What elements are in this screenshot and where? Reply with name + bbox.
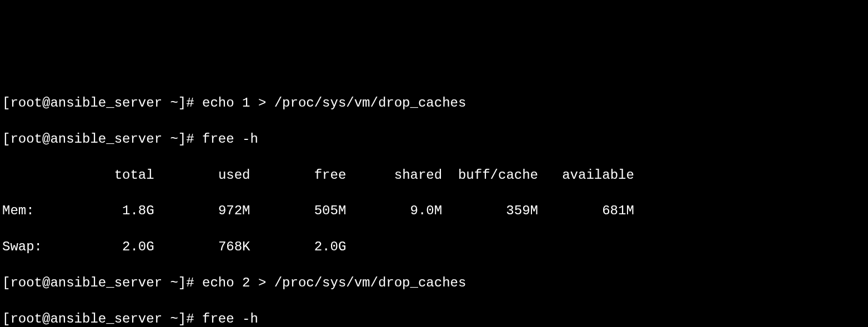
header-free: free [314, 168, 347, 183]
header-used: used [218, 168, 250, 183]
mem-available: 681M [602, 203, 634, 218]
mem-total: 1.8G [122, 203, 154, 218]
swap-label: Swap: [2, 239, 42, 254]
prompt: [root@ansible_server ~]# [2, 311, 202, 326]
command-line-4: [root@ansible_server ~]# free -h [2, 310, 866, 327]
mem-free: 505M [314, 203, 347, 218]
swap-total: 2.0G [122, 239, 154, 254]
command-line-2: [root@ansible_server ~]# free -h [2, 130, 866, 148]
command-text: echo 2 > /proc/sys/vm/drop_caches [202, 275, 466, 290]
header-available: available [562, 168, 634, 183]
header-total: total [114, 168, 154, 183]
mem-row-1: Mem: 1.8G 972M 505M 9.0M 359M 681M [2, 202, 866, 220]
command-line-3: [root@ansible_server ~]# echo 2 > /proc/… [2, 274, 866, 292]
header-buffcache: buff/cache [458, 168, 538, 183]
swap-row-1: Swap: 2.0G 768K 2.0G [2, 238, 866, 256]
mem-shared: 9.0M [410, 203, 443, 218]
command-text: free -h [202, 132, 258, 147]
swap-free: 2.0G [314, 239, 347, 254]
prompt: [root@ansible_server ~]# [2, 95, 202, 110]
command-text: echo 1 > /proc/sys/vm/drop_caches [202, 95, 466, 110]
prompt: [root@ansible_server ~]# [2, 132, 202, 147]
mem-label: Mem: [2, 203, 34, 218]
terminal-window[interactable]: [root@ansible_server ~]# echo 1 > /proc/… [2, 77, 866, 327]
mem-used: 972M [218, 203, 250, 218]
command-text: free -h [202, 311, 258, 326]
command-line-1: [root@ansible_server ~]# echo 1 > /proc/… [2, 94, 866, 112]
header-shared: shared [394, 168, 442, 183]
swap-used: 768K [218, 239, 250, 254]
prompt: [root@ansible_server ~]# [2, 275, 202, 290]
table-header-1: total used free shared buff/cache availa… [2, 167, 866, 184]
mem-buffcache: 359M [506, 203, 538, 218]
